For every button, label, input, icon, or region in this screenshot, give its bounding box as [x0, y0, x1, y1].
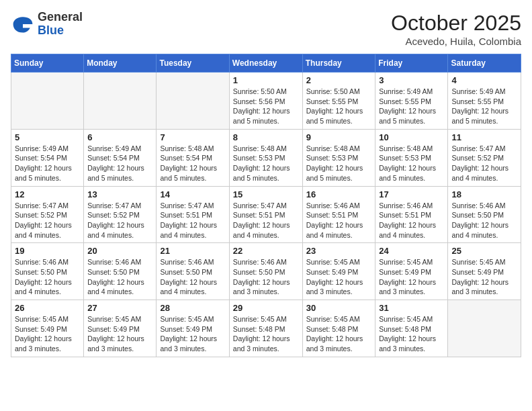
day-cell: 23Sunrise: 5:45 AM Sunset: 5:49 PM Dayli… [302, 243, 375, 300]
day-info: Sunrise: 5:45 AM Sunset: 5:49 PM Dayligh… [87, 314, 152, 354]
day-cell: 11Sunrise: 5:47 AM Sunset: 5:52 PM Dayli… [448, 129, 521, 186]
day-cell: 9Sunrise: 5:48 AM Sunset: 5:53 PM Daylig… [302, 129, 375, 186]
day-cell: 7Sunrise: 5:48 AM Sunset: 5:54 PM Daylig… [157, 129, 229, 186]
day-cell: 19Sunrise: 5:46 AM Sunset: 5:50 PM Dayli… [11, 243, 84, 300]
day-number: 31 [379, 303, 444, 313]
day-number: 12 [15, 189, 80, 199]
day-cell: 27Sunrise: 5:45 AM Sunset: 5:49 PM Dayli… [84, 300, 157, 357]
day-info: Sunrise: 5:46 AM Sunset: 5:50 PM Dayligh… [160, 257, 225, 297]
logo-icon [11, 12, 35, 36]
day-info: Sunrise: 5:48 AM Sunset: 5:53 PM Dayligh… [379, 144, 444, 183]
day-info: Sunrise: 5:47 AM Sunset: 5:51 PM Dayligh… [160, 201, 225, 240]
day-number: 8 [233, 132, 299, 142]
day-number: 15 [233, 189, 299, 199]
day-info: Sunrise: 5:46 AM Sunset: 5:50 PM Dayligh… [15, 257, 80, 297]
day-number: 26 [15, 303, 80, 313]
day-cell: 31Sunrise: 5:45 AM Sunset: 5:48 PM Dayli… [375, 300, 448, 357]
day-cell: 13Sunrise: 5:47 AM Sunset: 5:52 PM Dayli… [84, 186, 157, 243]
month-title: October 2025 [391, 11, 521, 36]
day-info: Sunrise: 5:50 AM Sunset: 5:56 PM Dayligh… [233, 87, 299, 126]
day-info: Sunrise: 5:47 AM Sunset: 5:52 PM Dayligh… [87, 201, 152, 240]
header-row: SundayMondayTuesdayWednesdayThursdayFrid… [11, 54, 521, 73]
day-cell [157, 73, 229, 130]
day-cell: 17Sunrise: 5:46 AM Sunset: 5:51 PM Dayli… [375, 186, 448, 243]
header-wednesday: Wednesday [229, 54, 302, 73]
day-number: 19 [15, 246, 80, 256]
day-info: Sunrise: 5:45 AM Sunset: 5:49 PM Dayligh… [451, 257, 517, 297]
day-number: 20 [87, 246, 152, 256]
day-number: 17 [379, 189, 444, 199]
week-row-2: 5Sunrise: 5:49 AM Sunset: 5:54 PM Daylig… [11, 129, 521, 186]
day-cell: 20Sunrise: 5:46 AM Sunset: 5:50 PM Dayli… [84, 243, 157, 300]
day-info: Sunrise: 5:46 AM Sunset: 5:50 PM Dayligh… [87, 257, 152, 297]
day-cell [11, 73, 84, 130]
day-info: Sunrise: 5:48 AM Sunset: 5:53 PM Dayligh… [233, 144, 299, 183]
day-info: Sunrise: 5:48 AM Sunset: 5:54 PM Dayligh… [160, 144, 225, 183]
day-number: 5 [15, 132, 80, 142]
header-saturday: Saturday [448, 54, 521, 73]
day-number: 24 [379, 246, 444, 256]
day-cell [84, 73, 157, 130]
day-cell: 8Sunrise: 5:48 AM Sunset: 5:53 PM Daylig… [229, 129, 302, 186]
day-cell: 22Sunrise: 5:46 AM Sunset: 5:50 PM Dayli… [229, 243, 302, 300]
week-row-3: 12Sunrise: 5:47 AM Sunset: 5:52 PM Dayli… [11, 186, 521, 243]
day-cell: 21Sunrise: 5:46 AM Sunset: 5:50 PM Dayli… [157, 243, 229, 300]
day-info: Sunrise: 5:45 AM Sunset: 5:48 PM Dayligh… [379, 314, 444, 354]
day-number: 29 [233, 303, 299, 313]
day-number: 13 [87, 189, 152, 199]
location-title: Acevedo, Huila, Colombia [391, 36, 521, 47]
day-cell: 15Sunrise: 5:47 AM Sunset: 5:51 PM Dayli… [229, 186, 302, 243]
day-info: Sunrise: 5:49 AM Sunset: 5:55 PM Dayligh… [379, 87, 444, 126]
day-info: Sunrise: 5:49 AM Sunset: 5:54 PM Dayligh… [87, 144, 152, 183]
week-row-1: 1Sunrise: 5:50 AM Sunset: 5:56 PM Daylig… [11, 73, 521, 130]
day-number: 11 [451, 132, 517, 142]
day-number: 30 [306, 303, 372, 313]
day-cell: 24Sunrise: 5:45 AM Sunset: 5:49 PM Dayli… [375, 243, 448, 300]
day-cell [448, 300, 521, 357]
day-cell: 1Sunrise: 5:50 AM Sunset: 5:56 PM Daylig… [229, 73, 302, 130]
title-section: October 2025 Acevedo, Huila, Colombia [391, 11, 521, 47]
week-row-5: 26Sunrise: 5:45 AM Sunset: 5:49 PM Dayli… [11, 300, 521, 357]
day-info: Sunrise: 5:45 AM Sunset: 5:49 PM Dayligh… [160, 314, 225, 354]
day-number: 27 [87, 303, 152, 313]
calendar-body: 1Sunrise: 5:50 AM Sunset: 5:56 PM Daylig… [11, 73, 521, 357]
day-info: Sunrise: 5:49 AM Sunset: 5:55 PM Dayligh… [451, 87, 517, 126]
day-cell: 3Sunrise: 5:49 AM Sunset: 5:55 PM Daylig… [375, 73, 448, 130]
logo: General Blue [11, 11, 83, 38]
day-number: 4 [451, 75, 517, 85]
day-info: Sunrise: 5:46 AM Sunset: 5:51 PM Dayligh… [379, 201, 444, 240]
week-row-4: 19Sunrise: 5:46 AM Sunset: 5:50 PM Dayli… [11, 243, 521, 300]
day-number: 6 [87, 132, 152, 142]
day-cell: 12Sunrise: 5:47 AM Sunset: 5:52 PM Dayli… [11, 186, 84, 243]
day-info: Sunrise: 5:48 AM Sunset: 5:53 PM Dayligh… [306, 144, 372, 183]
day-number: 14 [160, 189, 225, 199]
day-info: Sunrise: 5:46 AM Sunset: 5:50 PM Dayligh… [451, 201, 517, 240]
day-info: Sunrise: 5:45 AM Sunset: 5:49 PM Dayligh… [306, 257, 372, 297]
day-number: 7 [160, 132, 225, 142]
day-number: 21 [160, 246, 225, 256]
day-number: 2 [306, 75, 372, 85]
header-sunday: Sunday [11, 54, 84, 73]
header-thursday: Thursday [302, 54, 375, 73]
day-number: 23 [306, 246, 372, 256]
day-info: Sunrise: 5:47 AM Sunset: 5:51 PM Dayligh… [233, 201, 299, 240]
day-cell: 30Sunrise: 5:45 AM Sunset: 5:48 PM Dayli… [302, 300, 375, 357]
page-header: General Blue October 2025 Acevedo, Huila… [11, 11, 521, 47]
day-cell: 16Sunrise: 5:46 AM Sunset: 5:51 PM Dayli… [302, 186, 375, 243]
day-cell: 10Sunrise: 5:48 AM Sunset: 5:53 PM Dayli… [375, 129, 448, 186]
day-number: 10 [379, 132, 444, 142]
day-cell: 2Sunrise: 5:50 AM Sunset: 5:55 PM Daylig… [302, 73, 375, 130]
calendar-header: SundayMondayTuesdayWednesdayThursdayFrid… [11, 54, 521, 73]
day-info: Sunrise: 5:45 AM Sunset: 5:49 PM Dayligh… [15, 314, 80, 354]
day-number: 18 [451, 189, 517, 199]
day-number: 16 [306, 189, 372, 199]
day-number: 25 [451, 246, 517, 256]
header-monday: Monday [84, 54, 157, 73]
day-cell: 4Sunrise: 5:49 AM Sunset: 5:55 PM Daylig… [448, 73, 521, 130]
day-number: 1 [233, 75, 299, 85]
day-info: Sunrise: 5:46 AM Sunset: 5:51 PM Dayligh… [306, 201, 372, 240]
day-info: Sunrise: 5:49 AM Sunset: 5:54 PM Dayligh… [15, 144, 80, 183]
day-info: Sunrise: 5:47 AM Sunset: 5:52 PM Dayligh… [451, 144, 517, 183]
header-friday: Friday [375, 54, 448, 73]
day-info: Sunrise: 5:45 AM Sunset: 5:48 PM Dayligh… [233, 314, 299, 354]
